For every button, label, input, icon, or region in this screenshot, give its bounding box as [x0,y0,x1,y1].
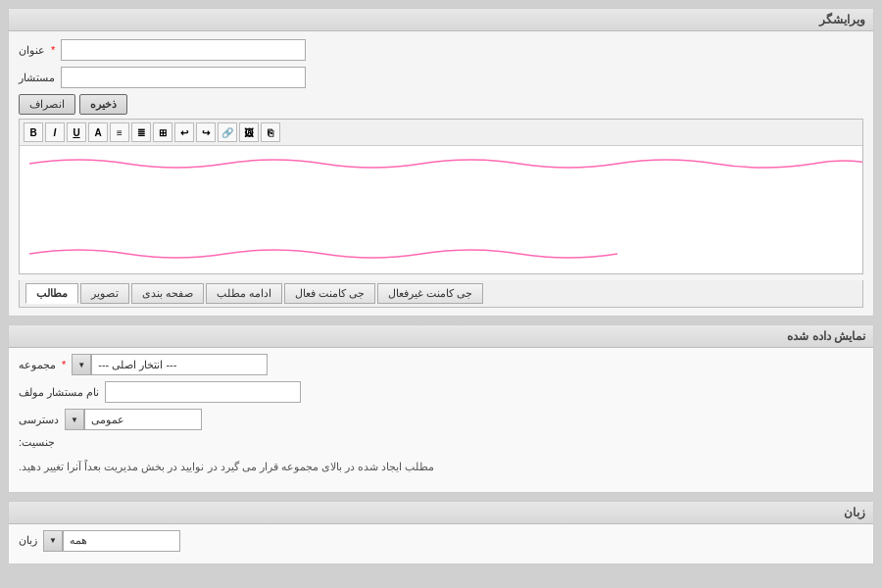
author-label: نام مستشار مولف [19,386,99,399]
group-label: مجموعه [19,359,56,371]
editor-content[interactable] [20,146,862,273]
title-required-star: * [51,44,55,56]
gender-info-text: مطلب ایجاد شده در بالای مجموعه قرار می گ… [19,455,434,480]
toolbar-btn-3[interactable]: U [67,122,86,142]
toolbar-btn-11[interactable]: 🖼 [239,122,259,142]
tab-active-comments[interactable]: جی کامنت فعال [284,283,375,304]
access-row: عمومی ▼ دسترسی [19,409,863,430]
lang-select-box[interactable]: همه [63,530,180,552]
toolbar-btn-1[interactable]: B [24,122,43,142]
consultant-label: مستشار [19,72,55,84]
pink-squiggles [20,146,862,273]
access-select-wrapper: عمومی ▼ [65,409,202,430]
group-row: --- انتخار اصلی --- ▼ * مجموعه [19,354,863,375]
editor-panel-header: ویرایشگر [9,9,873,31]
language-panel-title: زبان [844,506,865,519]
toolbar-btn-8[interactable]: ↩ [174,122,194,142]
access-label: دسترسی [19,414,59,426]
editor-panel: ویرایشگر * عنوان مستشار ذخیره انصراف [8,8,874,317]
title-row: * عنوان [19,39,863,61]
language-panel-body: همه ▼ زبان [9,524,873,564]
toolbar-btn-5[interactable]: ≡ [110,122,129,142]
lang-label: زبان [19,534,37,547]
editor-tabs-bar: مطالب تصویر صفحه بندی ادامه مطلب جی کامن… [19,280,863,308]
gender-label: جنسیت: [19,436,55,449]
author-input[interactable] [105,381,301,403]
access-select-arrow[interactable]: ▼ [65,409,84,430]
consultant-row: مستشار [19,67,863,88]
toolbar-btn-9[interactable]: ↪ [196,122,216,142]
consultant-input[interactable] [61,67,306,88]
access-value: عمومی [91,414,124,426]
language-panel: زبان همه ▼ زبان [8,501,874,564]
gender-info-row: جنسیت: مطلب ایجاد شده در بالای مجموعه قر… [19,436,863,480]
editor-toolbar: B I U A ≡ ≣ ⊞ ↩ ↪ 🔗 🖼 ⎘ [20,120,862,146]
editor-panel-body: * عنوان مستشار ذخیره انصراف B I U [9,31,873,316]
display-panel-header: نمایش داده شده [9,325,873,348]
toolbar-btn-7[interactable]: ⊞ [153,122,172,142]
toolbar-btn-6[interactable]: ≣ [131,122,151,142]
tab-posts[interactable]: مطالب [25,283,78,304]
display-panel-title: نمایش داده شده [787,329,865,343]
display-panel: نمایش داده شده --- انتخار اصلی --- ▼ * م… [8,324,874,493]
lang-value: همه [70,534,87,547]
page-container: ویرایشگر * عنوان مستشار ذخیره انصراف [0,0,882,588]
tab-continue[interactable]: ادامه مطلب [206,283,282,304]
tab-inactive-comments[interactable]: جی کامنت غیرفعال [377,283,483,304]
toolbar-btn-12[interactable]: ⎘ [261,122,280,142]
lang-select-wrapper: همه ▼ [43,530,180,552]
group-select-box[interactable]: --- انتخار اصلی --- [91,354,268,375]
access-select-box[interactable]: عمومی [84,409,202,430]
tab-images[interactable]: تصویر [80,283,129,304]
cancel-button[interactable]: انصراف [19,94,75,115]
toolbar-btn-4[interactable]: A [88,122,108,142]
group-select-wrapper: --- انتخار اصلی --- ▼ [72,354,268,375]
toolbar-btn-2[interactable]: I [45,122,65,142]
group-select-arrow[interactable]: ▼ [72,354,91,375]
author-row: نام مستشار مولف [19,381,863,403]
tab-pagination[interactable]: صفحه بندی [131,283,204,304]
group-value: --- انتخار اصلی --- [98,359,176,371]
title-label: عنوان [19,44,45,57]
editor-area: B I U A ≡ ≣ ⊞ ↩ ↪ 🔗 🖼 ⎘ [19,119,863,274]
lang-select-arrow[interactable]: ▼ [43,530,63,552]
toolbar-btn-10[interactable]: 🔗 [218,122,237,142]
lang-row: همه ▼ زبان [19,530,863,552]
language-panel-header: زبان [9,502,873,524]
display-panel-body: --- انتخار اصلی --- ▼ * مجموعه نام مستشا… [9,348,873,492]
title-input[interactable] [61,39,306,61]
action-buttons-row: ذخیره انصراف [19,94,863,115]
group-required-star: * [62,359,66,370]
save-button[interactable]: ذخیره [79,94,127,115]
editor-panel-title: ویرایشگر [819,13,865,26]
